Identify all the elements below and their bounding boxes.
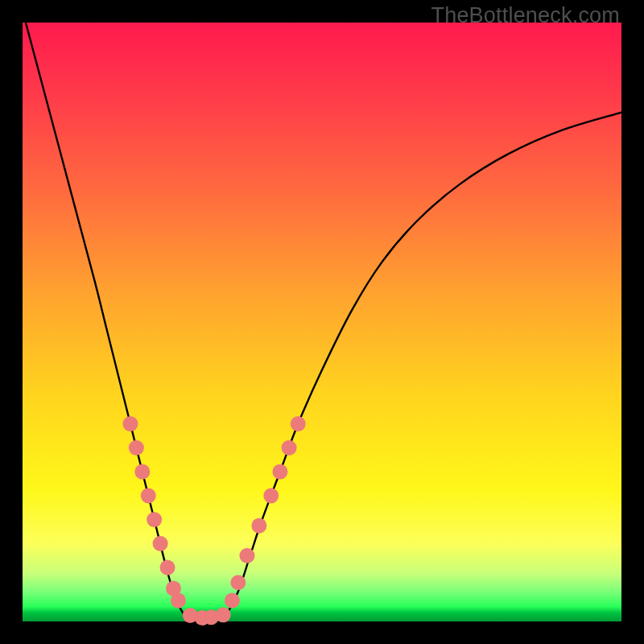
data-point [153, 536, 168, 551]
data-point [225, 592, 240, 608]
chart-overlay [23, 23, 621, 621]
scatter-dots [122, 416, 305, 625]
data-point [240, 548, 255, 564]
data-point [291, 416, 306, 431]
data-point [282, 440, 297, 456]
data-point [272, 464, 287, 480]
data-point [251, 518, 266, 533]
data-point [230, 575, 246, 590]
data-point [263, 488, 279, 503]
right-curve [226, 113, 621, 616]
data-point [160, 560, 175, 576]
data-point [171, 592, 186, 608]
data-point [134, 464, 150, 480]
data-point [216, 607, 231, 622]
data-point [147, 512, 162, 527]
data-point [122, 416, 138, 431]
data-point [141, 488, 156, 503]
chart-frame: TheBottleneck.com [0, 0, 644, 644]
watermark-text: TheBottleneck.com [431, 3, 620, 28]
data-point [129, 440, 144, 456]
